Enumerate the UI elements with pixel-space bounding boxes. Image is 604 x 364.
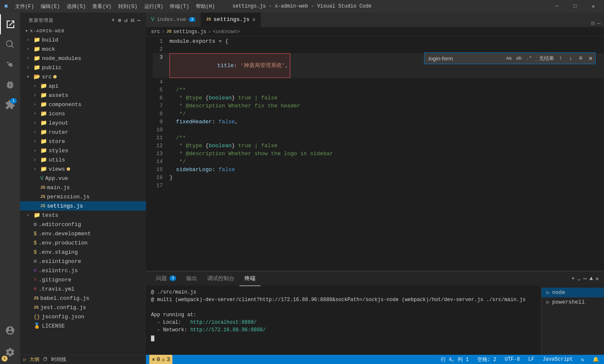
more-editor-icon[interactable]: ⋯ [597, 20, 601, 27]
search-close-button[interactable]: ✕ [588, 54, 593, 62]
panel-split-button[interactable]: ⌵ [577, 275, 581, 282]
menu-run[interactable]: 运行(R) [141, 1, 167, 12]
tree-item-app-vue[interactable]: V App.vue [20, 174, 146, 183]
tree-item-layout[interactable]: › 📁 layout [20, 118, 146, 127]
minimize-button[interactable]: ─ [550, 2, 563, 11]
file-tree: ▾ X-ADMIN-WEB › 📁 build › 📁 mock › � [20, 26, 146, 355]
search-result-text: 无结果 [539, 55, 554, 62]
tree-item-editorconfig[interactable]: ⚙ .editorconfig [20, 220, 146, 229]
status-language[interactable]: JavaScript [541, 356, 575, 362]
tree-item-permission-js[interactable]: JS permission.js [20, 192, 146, 201]
search-input[interactable] [427, 55, 502, 62]
menu-select[interactable]: 选择(S) [63, 1, 89, 12]
menu-view[interactable]: 查看(V) [89, 1, 115, 12]
activity-extensions[interactable]: 1 [0, 95, 20, 115]
tree-item-components[interactable]: › 📁 components [20, 100, 146, 109]
match-word-button[interactable]: ab [514, 54, 523, 63]
breadcrumb-src[interactable]: src [151, 29, 160, 35]
tree-item-store[interactable]: › 📁 store [20, 137, 146, 146]
tab-settings-js[interactable]: JS settings.js ✕ [201, 13, 261, 27]
menu-help[interactable]: 帮助(H) [193, 1, 219, 12]
tree-item-src[interactable]: ▾ 📂 src [20, 72, 146, 81]
collapse-all-icon[interactable]: ⊟ [130, 17, 134, 24]
status-line-col[interactable]: 行 4, 列 1 [439, 356, 471, 363]
network-link[interactable]: http://172.16.88.96:8888/ [190, 327, 266, 333]
tree-item-router[interactable]: › 📁 router [20, 127, 146, 137]
status-spaces[interactable]: 空格: 2 [476, 356, 498, 363]
tree-item-gitignore[interactable]: ⑂ .gitignore [20, 275, 146, 284]
tree-item-env-staging[interactable]: $ .env.staging [20, 247, 146, 257]
tree-item-mock[interactable]: › 📁 mock [20, 44, 146, 54]
activity-debug[interactable] [0, 75, 20, 95]
tree-root-label[interactable]: ▾ X-ADMIN-WEB [20, 26, 146, 35]
status-notifications[interactable]: 🔔 [591, 356, 601, 363]
breadcrumb-filename[interactable]: settings.js [173, 29, 206, 35]
tree-item-jest[interactable]: JS jest.config.js [20, 303, 146, 312]
more-actions-icon[interactable]: ⋯ [137, 17, 141, 24]
match-case-button[interactable]: Aa [504, 54, 513, 63]
terminal-entry-powershell[interactable]: ▷ powershell [542, 297, 604, 307]
status-prettier[interactable]: ↻ [580, 356, 586, 363]
panel-tab-debug[interactable]: 调试控制台 [202, 271, 240, 286]
panel-tab-output[interactable]: 输出 [181, 271, 202, 286]
local-link[interactable]: http://localhost:8888/ [190, 320, 257, 325]
new-folder-icon[interactable]: ⊕ [118, 17, 122, 24]
activity-settings[interactable]: 1 [0, 342, 20, 362]
tab-index-vue[interactable]: V index.vue 3 [146, 13, 201, 27]
panel-maximize-button[interactable]: ▲ [589, 275, 593, 282]
regex-button[interactable]: .* [524, 54, 534, 63]
folder-icon-utils: 📁 [40, 156, 47, 163]
search-more-button[interactable]: ≡ [576, 54, 585, 63]
menu-goto[interactable]: 转到(G) [115, 1, 141, 12]
search-prev-button[interactable]: ↑ [556, 54, 565, 63]
tree-item-node-modules[interactable]: › 📁 node_modules [20, 54, 146, 63]
maximize-button[interactable]: □ [569, 2, 582, 11]
tree-item-travis[interactable]: ≡ .travis.yml [20, 284, 146, 294]
code-editor[interactable]: 1 module.exports = { 2 3 title: '神盾局管理系统… [146, 36, 604, 271]
tree-item-settings-js[interactable]: JS settings.js [20, 201, 146, 211]
tree-item-public[interactable]: › 📁 public [20, 63, 146, 72]
tree-item-license[interactable]: 🏅 LICENSE [20, 321, 146, 330]
menu-terminal[interactable]: 终端(T) [167, 1, 193, 12]
tree-item-eslintignore[interactable]: ⊘ .eslintignore [20, 257, 146, 266]
panel-add-button[interactable]: + [571, 275, 575, 282]
tab-close-settings[interactable]: ✕ [252, 16, 255, 23]
menu-edit[interactable]: 编辑(E) [37, 1, 63, 12]
refresh-icon[interactable]: ↺ [124, 17, 128, 24]
panel-tab-terminal[interactable]: 终端 [240, 271, 260, 286]
activity-account[interactable] [0, 320, 20, 341]
tree-item-assets[interactable]: › 📁 assets [20, 91, 146, 100]
tree-item-views[interactable]: › 📁 views [20, 164, 146, 174]
panel-more-button[interactable]: ⋯ [583, 275, 587, 282]
tree-item-eslintrc[interactable]: ⊙ .eslintrc.js [20, 266, 146, 275]
status-eol[interactable]: LF [526, 356, 536, 362]
sidebar-timeline[interactable]: ⏱ 时间线 [43, 356, 66, 363]
new-file-icon[interactable]: + [111, 17, 115, 24]
tree-item-build[interactable]: › 📁 build [20, 35, 146, 44]
tree-item-icons[interactable]: › 📁 icons [20, 109, 146, 118]
close-button[interactable]: ✕ [587, 2, 600, 11]
terminal-content[interactable]: @ ./src/main.js @ multi (webpack)-dev-se… [146, 286, 541, 355]
panel-tab-problems[interactable]: 问题 3 [151, 271, 181, 286]
tree-item-styles[interactable]: › 📁 styles [20, 146, 146, 155]
sidebar-outline[interactable]: ▷ 大纲 [23, 356, 39, 363]
activity-search[interactable] [0, 34, 20, 55]
panel-close-button[interactable]: ✕ [596, 275, 599, 282]
error-count[interactable]: ✕ 0 ⚠ 3 [149, 355, 172, 364]
search-next-button[interactable]: ↓ [566, 54, 575, 63]
tree-item-babel[interactable]: JS babel.config.js [20, 294, 146, 303]
tree-item-env-prod[interactable]: $ .env.production [20, 238, 146, 247]
split-editor-icon[interactable]: ⊟ [591, 20, 594, 27]
tree-item-api[interactable]: › 📁 api [20, 81, 146, 91]
tree-item-utils[interactable]: › 📁 utils [20, 155, 146, 164]
status-encoding[interactable]: UTF-8 [503, 356, 521, 362]
tree-item-jsconfig[interactable]: {} jsconfig.json [20, 312, 146, 321]
tree-item-tests[interactable]: › 📁 tests [20, 211, 146, 220]
menu-file[interactable]: 文件(F) [12, 1, 38, 12]
tree-item-env-dev[interactable]: $ .env.development [20, 229, 146, 238]
tree-item-main-js[interactable]: JS main.js [20, 183, 146, 192]
folder-icon-styles: 📁 [40, 147, 47, 154]
activity-explorer[interactable] [0, 14, 20, 34]
activity-source-control[interactable] [0, 55, 20, 75]
terminal-entry-node[interactable]: ▷ node [542, 288, 604, 297]
